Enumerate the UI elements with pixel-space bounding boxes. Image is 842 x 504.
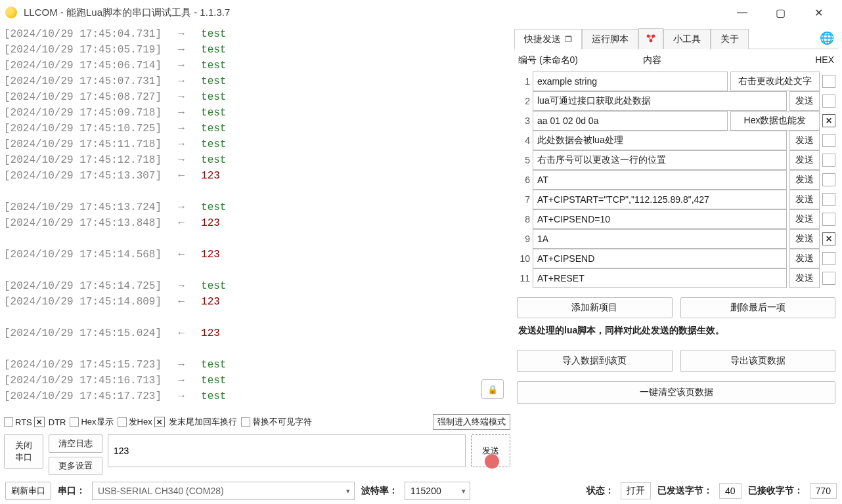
row-number[interactable]: 5 [517, 155, 530, 165]
row-action-button[interactable]: 发送 [789, 131, 820, 150]
clear-page-button[interactable]: 一键清空该页数据 [517, 381, 835, 404]
quick-send-row: 11AT+RESET发送 [517, 268, 835, 288]
baud-select[interactable]: 115200 [405, 482, 470, 500]
globe-icon[interactable]: 🌐 [820, 31, 834, 45]
minimize-button[interactable]: — [729, 3, 755, 22]
replace-label: 替换不可见字符 [252, 416, 312, 428]
lock-icon: 🔒 [487, 385, 498, 394]
row-hex-checkbox[interactable] [822, 75, 835, 88]
sendhex-x[interactable]: ✕ [154, 417, 165, 427]
quick-send-row: 10AT+CIPSEND发送 [517, 249, 835, 268]
sent-label: 已发送字节： [655, 485, 715, 497]
row-hex-x[interactable]: ✕ [822, 114, 835, 127]
status-bar: 刷新串口 串口： USB-SERIAL CH340 (COM28) 波特率： 1… [0, 478, 842, 504]
row-hex-checkbox[interactable] [822, 193, 835, 206]
row-number[interactable]: 8 [517, 214, 530, 224]
row-content-input[interactable]: lua可通过接口获取此处数据 [533, 91, 787, 111]
sent-value: 40 [719, 483, 742, 499]
row-number[interactable]: 7 [517, 194, 530, 205]
add-item-button[interactable]: 添加新项目 [517, 297, 673, 318]
replace-checkbox[interactable] [241, 417, 250, 427]
row-content-input[interactable]: AT [533, 170, 787, 190]
recv-label: 已接收字节： [745, 485, 806, 497]
hexshow-checkbox[interactable] [70, 417, 79, 427]
dtr-label: DTR [49, 417, 66, 427]
sendhex-checkbox[interactable] [118, 417, 127, 427]
row-hex-x[interactable]: ✕ [822, 232, 835, 245]
quick-send-row: 5右击序号可以更改这一行的位置发送 [517, 150, 835, 170]
row-content-input[interactable]: AT+RESET [533, 268, 787, 288]
rts-checkbox[interactable] [4, 417, 13, 427]
row-content-input[interactable]: 此处数据会被lua处理 [533, 131, 787, 150]
log-line: [2024/10/29 17:45:05.719] → test [4, 42, 510, 58]
rts-x[interactable]: ✕ [34, 417, 45, 427]
row-hex-checkbox[interactable] [822, 94, 835, 108]
log-line: [2024/10/29 17:45:10.725] → test [4, 121, 510, 136]
delete-last-button[interactable]: 删除最后一项 [680, 297, 836, 318]
tab-quick-send[interactable]: 快捷发送❐ [514, 29, 582, 49]
row-action-button[interactable]: 发送 [789, 150, 820, 170]
lock-scroll-button[interactable]: 🔒 [481, 379, 504, 399]
close-button[interactable]: ✕ [805, 3, 831, 22]
clear-log-button[interactable]: 清空日志 [49, 434, 102, 453]
row-content-input[interactable]: AT+CIPSEND [533, 249, 787, 268]
row-number[interactable]: 11 [517, 273, 530, 284]
window-controls: — ▢ ✕ [729, 3, 837, 22]
maximize-button[interactable]: ▢ [767, 3, 793, 22]
row-content-input[interactable]: AT+CIPSEND=10 [533, 209, 787, 229]
row-content-input[interactable]: aa 01 02 0d 0a [533, 111, 728, 131]
row-content-input[interactable]: 右击序号可以更改这一行的位置 [533, 150, 787, 170]
close-port-button[interactable]: 关闭 串口 [4, 434, 43, 469]
row-content-input[interactable]: 1A [533, 229, 787, 249]
log-line: [2024/10/29 17:45:15.024] ← 123 [4, 326, 510, 341]
import-page-button[interactable]: 导入数据到该页 [517, 350, 673, 372]
row-hex-checkbox[interactable] [822, 272, 835, 285]
quick-send-row: 2lua可通过接口获取此处数据发送 [517, 91, 835, 111]
titlebar: LLCOM - 能跑Lua脚本的串口调试工具 - 1.1.3.7 — ▢ ✕ [0, 0, 842, 25]
row-hex-checkbox[interactable] [822, 154, 835, 167]
row-content-input[interactable]: example string [533, 72, 728, 91]
row-hex-checkbox[interactable] [822, 213, 835, 226]
refresh-port-button[interactable]: 刷新串口 [5, 482, 51, 500]
quick-send-row: 6AT发送 [517, 170, 835, 190]
row-hex-checkbox[interactable] [822, 252, 835, 265]
state-label: 状态： [584, 485, 617, 497]
log-output: [2024/10/29 17:45:04.731] → test[2024/10… [0, 25, 514, 413]
log-line: [2024/10/29 17:45:04.731] → test [4, 26, 510, 42]
more-settings-button[interactable]: 更多设置 [49, 457, 102, 475]
quick-send-row: 8AT+CIPSEND=10发送 [517, 209, 835, 229]
row-action-button[interactable]: 发送 [789, 190, 820, 209]
row-number[interactable]: 6 [517, 175, 530, 185]
row-number[interactable]: 2 [517, 96, 530, 106]
row-hex-checkbox[interactable] [822, 134, 835, 147]
tab-bar: 快捷发送❐ 运行脚本 小工具 关于 🌐 [514, 28, 838, 49]
row-hex-checkbox[interactable] [822, 173, 835, 186]
hdr-num: 编号 (未命名0) [518, 54, 604, 66]
export-page-button[interactable]: 导出该页数据 [680, 350, 836, 372]
row-action-button[interactable]: Hex数据也能发 [730, 111, 820, 131]
row-number[interactable]: 10 [517, 253, 530, 264]
row-action-button[interactable]: 发送 [789, 268, 820, 288]
tab-tools[interactable]: 小工具 [663, 29, 711, 49]
send-input[interactable] [108, 434, 466, 467]
row-number[interactable]: 4 [517, 135, 530, 146]
row-action-button[interactable]: 发送 [789, 249, 820, 268]
row-action-button[interactable]: 发送 [789, 170, 820, 190]
row-action-button[interactable]: 发送 [789, 91, 820, 111]
row-number[interactable]: 1 [517, 76, 530, 87]
tab-run-script[interactable]: 运行脚本 [582, 29, 638, 49]
row-action-button[interactable]: 发送 [789, 209, 820, 229]
row-action-button[interactable]: 右击更改此处文字 [730, 72, 820, 91]
row-content-input[interactable]: AT+CIPSTART="TCP","112.125.89.8",427 [533, 190, 787, 209]
row-action-button[interactable]: 发送 [789, 229, 820, 249]
row-number[interactable]: 9 [517, 234, 530, 244]
tab-about[interactable]: 关于 [711, 29, 749, 49]
rts-label: RTS [15, 417, 32, 427]
log-line: [2024/10/29 17:45:14.725] → test [4, 278, 510, 294]
quick-send-row: 4此处数据会被lua处理发送 [517, 131, 835, 150]
recv-value: 770 [810, 483, 837, 499]
port-select[interactable]: USB-SERIAL CH340 (COM28) [92, 482, 355, 500]
tab-cluster-icon[interactable] [638, 28, 663, 49]
terminal-mode-button[interactable]: 强制进入终端模式 [433, 414, 510, 430]
row-number[interactable]: 3 [517, 116, 530, 126]
